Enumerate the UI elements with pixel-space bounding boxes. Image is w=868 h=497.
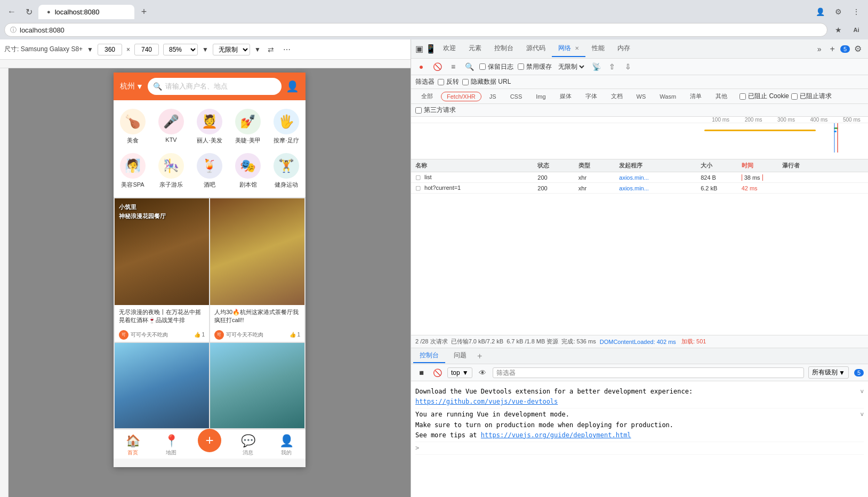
third-party-checkbox[interactable] — [415, 107, 422, 114]
category-spa[interactable]: 🧖 美容SPA — [114, 149, 152, 193]
blocked-cookie-label[interactable]: 已阻止 Cookie — [740, 92, 789, 101]
reload-button[interactable]: ↻ — [21, 4, 36, 19]
add-tab-button[interactable]: + — [826, 42, 839, 56]
bookmark-button[interactable]: ★ — [831, 22, 846, 37]
devtools-settings-button[interactable]: ⚙ — [850, 42, 866, 56]
feed-item-3[interactable] — [115, 343, 209, 428]
tab-network[interactable]: 网络 ✕ — [552, 41, 585, 57]
tab-sources[interactable]: 源代码 — [520, 41, 552, 57]
hide-urls-label[interactable]: 隐藏数据 URL — [462, 77, 511, 86]
chip-media[interactable]: 媒体 — [554, 91, 577, 102]
category-bar[interactable]: 🍹 酒吧 — [190, 149, 229, 193]
throttle-select[interactable]: 无限制 — [213, 44, 250, 55]
feed-item-2[interactable]: 人均30🔥杭州这家港式茶餐厅我疯狂打call!! 可 可可今天不吃肉 👍 1 — [210, 198, 304, 342]
rotate-button[interactable]: ⇄ — [265, 44, 277, 55]
search-button[interactable]: 🔍 — [463, 61, 475, 73]
back-button[interactable]: ← — [4, 4, 19, 19]
initiator-link-hot[interactable]: axios.min... — [619, 185, 649, 191]
initiator-link-list[interactable]: axios.min... — [619, 174, 649, 181]
tab-memory[interactable]: 内存 — [611, 41, 637, 57]
nav-add[interactable]: + — [194, 434, 226, 456]
hide-urls-checkbox[interactable] — [462, 79, 469, 85]
disable-cache-label[interactable]: 禁用缓存 — [518, 62, 552, 71]
chip-ws[interactable]: WS — [631, 92, 652, 101]
record-button[interactable]: ● — [415, 61, 427, 73]
profile-button[interactable]: 👤 — [813, 4, 827, 19]
search-box[interactable]: 🔍 请输入商户名、地点 — [148, 78, 282, 95]
feed-item-4[interactable] — [210, 343, 304, 428]
browser-tab[interactable]: ● localhost:8080 — [38, 5, 134, 19]
category-script[interactable]: 🎭 剧本馆 — [229, 149, 267, 193]
chip-css[interactable]: CSS — [504, 92, 528, 101]
import-har-button[interactable]: ⇧ — [606, 61, 618, 73]
blocked-cookie-checkbox[interactable] — [740, 93, 746, 100]
invert-checkbox[interactable] — [438, 79, 444, 85]
nav-messages[interactable]: 💬 消息 — [232, 434, 264, 456]
category-massage[interactable]: 🖐 按摩·足疗 — [267, 105, 306, 149]
top-context-selector[interactable]: top ▼ — [447, 367, 472, 378]
console-tab[interactable]: 控制台 — [413, 349, 445, 363]
export-har-button[interactable]: ⇩ — [622, 61, 634, 73]
clear-button[interactable]: 🚫 — [431, 61, 443, 73]
invert-filter-label[interactable]: 反转 — [438, 77, 459, 86]
category-kids[interactable]: 🎠 亲子游乐 — [152, 149, 190, 193]
network-tab-close[interactable]: ✕ — [575, 45, 579, 51]
add-button[interactable]: + — [198, 429, 221, 452]
address-bar[interactable]: ⓘ localhost:8080 — [4, 23, 827, 37]
console-clear-button[interactable]: ◾ — [415, 367, 427, 379]
category-food[interactable]: 🍗 美食 — [114, 105, 152, 149]
width-input[interactable] — [98, 44, 122, 55]
chevron-down-icon[interactable]: ▼ — [87, 46, 93, 53]
nav-profile[interactable]: 👤 我的 — [270, 434, 302, 456]
third-party-label[interactable]: 第三方请求 — [415, 106, 456, 115]
devtools-device-button[interactable]: 📱 — [425, 43, 437, 55]
tab-elements[interactable]: 元素 — [462, 41, 488, 57]
chip-doc[interactable]: 文档 — [605, 91, 629, 102]
tab-console[interactable]: 控制台 — [488, 41, 520, 57]
vue-devtools-link[interactable]: https://github.com/vuejs/vue-devtools — [415, 398, 558, 405]
user-avatar-icon[interactable]: 👤 — [286, 80, 299, 93]
table-row[interactable]: ▢ list 200 xhr axios.min... 824 B 38 ms — [411, 172, 868, 183]
chip-font[interactable]: 字体 — [580, 91, 603, 102]
extensions-button[interactable]: ⚙ — [831, 4, 846, 19]
category-beauty[interactable]: 💆 丽人·美发 — [190, 105, 229, 149]
issues-tab[interactable]: 问题 — [447, 349, 473, 363]
nav-map[interactable]: 📍 地图 — [155, 434, 187, 456]
preserve-log-checkbox[interactable] — [479, 63, 486, 70]
category-fitness[interactable]: 🏋 健身运动 — [267, 149, 306, 193]
chip-manifest[interactable]: 清单 — [684, 91, 708, 102]
location-button[interactable]: 杭州 ▼ — [120, 82, 143, 91]
zoom-select[interactable]: 85% 100% 75% — [163, 44, 198, 55]
category-ktv[interactable]: 🎤 KTV — [152, 105, 190, 149]
more-device-button[interactable]: ⋯ — [281, 44, 293, 55]
chip-js[interactable]: JS — [484, 92, 502, 101]
more-tabs-button[interactable]: » — [813, 43, 826, 55]
log-level-selector[interactable]: 所有级别 ▼ — [808, 366, 849, 379]
new-tab-button[interactable]: + — [136, 4, 151, 19]
disable-cache-checkbox[interactable] — [518, 63, 524, 70]
deployment-link[interactable]: https://vuejs.org/guide/deployment.html — [481, 431, 631, 439]
devtools-inspect-button[interactable]: ▣ — [413, 43, 425, 55]
blocked-requests-checkbox[interactable] — [791, 93, 798, 100]
add-console-tab-button[interactable]: + — [477, 351, 482, 361]
chip-fetch-xhr[interactable]: Fetch/XHR — [441, 92, 481, 101]
category-nail[interactable]: 💅 美睫·美甲 — [229, 105, 267, 149]
console-filter-input[interactable] — [493, 367, 804, 378]
table-row[interactable]: ▢ hot?current=1 200 xhr axios.min... 6.2… — [411, 183, 868, 194]
chip-img[interactable]: Img — [530, 92, 551, 101]
tab-performance[interactable]: 性能 — [585, 41, 611, 57]
blocked-requests-label[interactable]: 已阻止请求 — [791, 92, 832, 101]
feed-item-1[interactable]: 小筑里神秘浪漫花园餐厅 无尽浪漫的夜晚丨在万花丛中摇晃着红酒杯🍷品战笼牛排 可 … — [115, 198, 209, 342]
devtools-button[interactable]: ⋮ — [849, 4, 864, 19]
console-eye-button[interactable]: 👁 — [477, 367, 488, 379]
ai-button[interactable]: Ai — [849, 22, 864, 37]
chip-other[interactable]: 其他 — [710, 91, 733, 102]
filter-toggle-button[interactable]: ≡ — [447, 61, 459, 73]
offline-button[interactable]: 📡 — [590, 61, 602, 73]
height-input[interactable] — [134, 44, 159, 55]
tab-welcome[interactable]: 欢迎 — [437, 41, 462, 57]
chip-all[interactable]: 全部 — [415, 91, 439, 102]
throttle-select-network[interactable]: 无限制 — [556, 62, 586, 71]
preserve-log-label[interactable]: 保留日志 — [479, 62, 513, 71]
nav-home[interactable]: 🏠 首页 — [117, 434, 149, 456]
